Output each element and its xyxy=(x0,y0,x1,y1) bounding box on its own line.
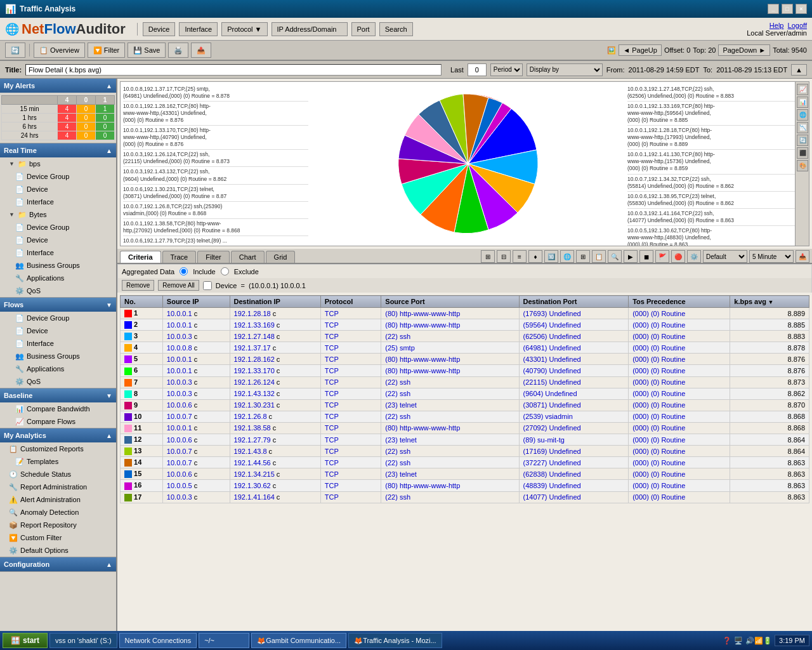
sidebar-item-business-groups-rt[interactable]: 👥 Business Groups xyxy=(0,259,116,272)
chart-icon-4[interactable]: 📉 xyxy=(797,122,808,133)
data-grid-container[interactable]: No. Source IP Destination IP Protocol So… xyxy=(120,295,809,628)
filter-btn[interactable]: 🔽 Filter xyxy=(88,43,125,58)
default-select[interactable]: Default xyxy=(703,250,747,263)
sidebar-item-device-flow[interactable]: 📄 Device xyxy=(0,324,116,337)
save-btn[interactable]: 💾 Save xyxy=(128,43,166,58)
tab-filter[interactable]: Filter xyxy=(197,251,229,263)
col-src-ip[interactable]: Source IP xyxy=(162,296,230,308)
tab-icon-5[interactable]: 🔟 xyxy=(544,250,558,263)
sidebar-item-device-group-rt[interactable]: 📄 Device Group xyxy=(0,170,116,183)
period-select[interactable]: Period xyxy=(490,63,523,76)
tab-grid[interactable]: Grid xyxy=(266,251,296,263)
include-radio[interactable] xyxy=(180,267,188,275)
sidebar-item-interface-bytes[interactable]: 📄 Interface xyxy=(0,246,116,259)
tab-criteria[interactable]: Criteria xyxy=(120,251,161,263)
tab-icon-8[interactable]: 📋 xyxy=(592,250,606,263)
remove-all-btn[interactable]: Remove All xyxy=(158,280,199,291)
start-button[interactable]: 🪟 start xyxy=(3,633,48,648)
sidebar-item-device-group-flow[interactable]: 📄 Device Group xyxy=(0,312,116,324)
taskbar-item-terminal[interactable]: ~/~ xyxy=(199,633,249,648)
sidebar-item-business-groups-flow[interactable]: 👥 Business Groups xyxy=(0,350,116,362)
title-input[interactable] xyxy=(25,64,442,76)
alert-row[interactable]: 24 hrs 4 0 0 xyxy=(2,131,115,140)
analytics-header[interactable]: My Analytics ▲ xyxy=(0,428,116,442)
port-btn[interactable]: Port xyxy=(351,22,376,36)
sidebar-item-alert-admin[interactable]: ⚠️ Alert Administration xyxy=(0,493,116,506)
tab-icon-2[interactable]: ⊟ xyxy=(497,250,511,263)
help-link[interactable]: Help xyxy=(769,22,784,29)
logoff-link[interactable]: Logoff xyxy=(788,22,807,29)
tab-icon-10[interactable]: ▶ xyxy=(624,250,638,263)
taskbar-item-traffic[interactable]: 🦊 Traffic Analysis - Mozi... xyxy=(348,633,442,648)
sidebar-item-device-bytes[interactable]: 📄 Device xyxy=(0,234,116,246)
sidebar-item-applications-rt[interactable]: 🔧 Applications xyxy=(0,272,116,284)
restore-btn[interactable]: □ xyxy=(782,4,793,14)
sidebar-item-default-options[interactable]: ⚙️ Default Options xyxy=(0,544,116,557)
tab-chart[interactable]: Chart xyxy=(231,251,265,263)
taskbar-item-gambit[interactable]: 🦊 Gambit Communicatio... xyxy=(251,633,346,648)
device-btn[interactable]: Device xyxy=(143,22,176,36)
chart-icon-2[interactable]: 📊 xyxy=(797,96,808,108)
configuration-header[interactable]: Configuration ▲ xyxy=(0,557,116,571)
col-dst-port[interactable]: Destination Port xyxy=(519,296,629,308)
tab-icon-13[interactable]: 🔴 xyxy=(671,250,685,263)
tab-icon-3[interactable]: ≡ xyxy=(513,250,527,263)
col-kbps[interactable]: k.bps avg xyxy=(730,296,809,308)
tab-icon-6[interactable]: 🌐 xyxy=(560,250,574,263)
last-value[interactable] xyxy=(468,63,487,76)
interface-btn[interactable]: Interface xyxy=(179,22,218,36)
col-dst-ip[interactable]: Destination IP xyxy=(230,296,320,308)
refresh-btn[interactable]: 🔄 xyxy=(5,43,25,58)
interval-select[interactable]: 5 Minute xyxy=(749,250,794,263)
alert-row[interactable]: 6 hrs 4 0 0 xyxy=(2,123,115,131)
tab-icon-1[interactable]: ⊞ xyxy=(481,250,495,263)
sidebar-item-interface-rt[interactable]: 📄 Interface xyxy=(0,196,116,208)
taskbar-item-vss[interactable]: vss on 'shakti' (S:) xyxy=(49,633,117,648)
exclude-radio[interactable] xyxy=(221,267,229,275)
sidebar-item-schedule[interactable]: 🕐 Schedule Status xyxy=(0,468,116,481)
tab-icon-7[interactable]: ⊞ xyxy=(576,250,590,263)
page-up-btn[interactable]: ◄ PageUp xyxy=(619,44,662,56)
sidebar-item-device-group-bytes[interactable]: 📄 Device Group xyxy=(0,221,116,234)
protocol-btn[interactable]: Protocol ▼ xyxy=(221,22,267,36)
col-src-port[interactable]: Source Port xyxy=(381,296,519,308)
sidebar-item-compare-bw[interactable]: 📊 Compare Bandwidth xyxy=(0,402,116,415)
alerts-header[interactable]: My Alerts ▲ xyxy=(0,79,116,93)
device-checkbox[interactable] xyxy=(203,281,212,290)
sidebar-item-bytes[interactable]: ▼ 📁 Bytes xyxy=(0,208,116,221)
search-btn[interactable]: Search xyxy=(379,22,413,36)
tab-icon-14[interactable]: ⚙️ xyxy=(687,250,701,263)
flows-header[interactable]: Flows ▼ xyxy=(0,298,116,312)
chart-icon-5[interactable]: 🔄 xyxy=(797,135,808,146)
tab-icon-11[interactable]: ◼ xyxy=(639,250,653,263)
col-no[interactable]: No. xyxy=(121,296,163,308)
realtime-header[interactable]: Real Time ▲ xyxy=(0,143,116,157)
tab-icon-12[interactable]: 🚩 xyxy=(655,250,669,263)
display-by-select[interactable]: Display by xyxy=(527,63,603,76)
export-btn[interactable]: 📤 xyxy=(191,43,211,58)
tab-icon-4[interactable]: ♦ xyxy=(528,250,542,263)
sidebar-item-device-rt[interactable]: 📄 Device xyxy=(0,183,116,196)
col-tos[interactable]: Tos Precedence xyxy=(629,296,730,308)
sidebar-item-qos-flow[interactable]: ⚙️ QoS xyxy=(0,375,116,388)
tab-trace[interactable]: Trace xyxy=(162,251,197,263)
chart-icon-6[interactable]: ⬛ xyxy=(797,147,808,159)
print-btn[interactable]: 🖨️ xyxy=(168,43,188,58)
sidebar-item-templates[interactable]: 📝 Templates xyxy=(0,455,116,468)
chart-icon-1[interactable]: 📈 xyxy=(797,84,808,95)
sidebar-item-interface-flow[interactable]: 📄 Interface xyxy=(0,337,116,350)
baseline-header[interactable]: Baseline ▼ xyxy=(0,388,116,402)
page-down-btn[interactable]: PageDown ► xyxy=(718,44,770,56)
sidebar-item-custom-reports[interactable]: 📋 Customized Reports xyxy=(0,442,116,455)
ip-domain-btn[interactable]: IP Address/Domain xyxy=(272,22,348,36)
sidebar-item-anomaly[interactable]: 🔍 Anomaly Detection xyxy=(0,506,116,519)
sidebar-item-custom-filter[interactable]: 🔽 Custom Filter xyxy=(0,531,116,544)
sidebar-item-report-admin[interactable]: 🔧 Report Administration xyxy=(0,481,116,493)
sidebar-item-report-repo[interactable]: 📦 Report Repository xyxy=(0,519,116,531)
sidebar-item-bps[interactable]: ▼ 📁 bps xyxy=(0,157,116,170)
datetime-up-btn[interactable]: ▲ xyxy=(791,64,807,76)
minimize-btn[interactable]: _ xyxy=(768,4,779,14)
tab-icon-15[interactable]: 📥 xyxy=(796,250,809,263)
taskbar-item-network[interactable]: Network Connections xyxy=(119,633,197,648)
tab-icon-9[interactable]: 🔍 xyxy=(608,250,622,263)
